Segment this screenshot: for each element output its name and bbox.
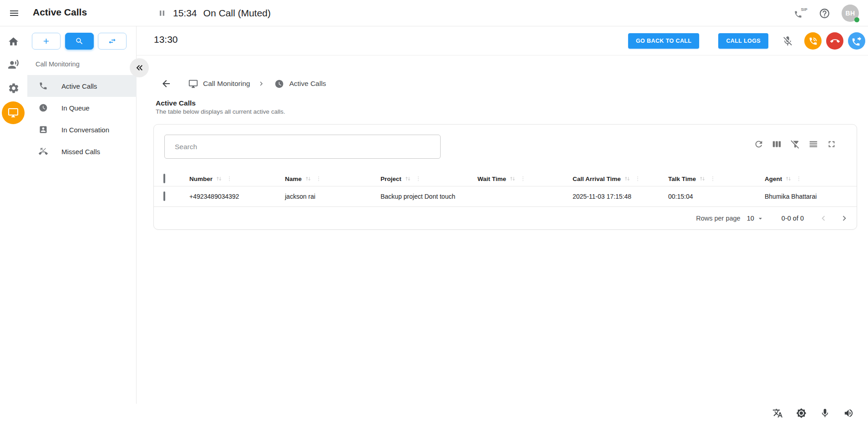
monitor-icon [188,79,198,89]
sidebar-item-active-calls[interactable]: Active Calls [27,75,137,97]
breadcrumb-parent[interactable]: Call Monitoring [203,80,250,88]
previous-page-icon[interactable] [818,213,828,223]
speaker-icon[interactable] [843,408,854,418]
add-button[interactable] [32,33,61,50]
call-timer: 13:30 [154,34,178,45]
phone-forward-icon [852,36,862,46]
avatar-initials: BH [846,10,855,17]
sip-phone-icon[interactable]: SIP [794,7,807,19]
clock-icon [274,79,284,89]
cell-talk-time: 00:15:04 [668,193,765,200]
call-logs-button[interactable]: CALL LOGS [718,33,768,49]
collapse-sidebar-button[interactable] [130,58,149,77]
search-icon [75,37,84,45]
translate-icon[interactable] [772,408,783,418]
search-button[interactable] [65,33,94,50]
column-menu-icon[interactable] [315,176,322,182]
call-end-icon [830,36,840,46]
fullscreen-icon[interactable] [827,139,837,149]
cell-project: Backup project Dont touch [381,193,477,200]
voice-over-icon[interactable] [8,59,19,70]
help-icon[interactable] [819,8,830,19]
select-all-checkbox[interactable] [163,174,165,183]
row-checkbox[interactable] [163,191,165,201]
sidebar-item-in-queue[interactable]: In Queue [27,97,137,119]
back-arrow-icon[interactable] [161,78,172,89]
pause-icon[interactable] [157,9,167,18]
sort-icon[interactable] [785,175,792,182]
swap-arrows-icon [108,37,117,45]
hang-up-button[interactable] [826,32,843,50]
column-menu-icon[interactable] [415,176,421,182]
settings-icon[interactable] [8,82,20,94]
table-pagination: Rows per page 10 0-0 of 0 [154,207,857,230]
sort-icon[interactable] [624,175,631,182]
user-avatar[interactable]: BH [842,5,859,22]
brightness-icon[interactable] [796,408,807,418]
call-duration: 15:34 [173,8,197,19]
sort-icon[interactable] [509,175,516,182]
microphone-icon[interactable] [820,408,830,418]
active-call-status: 15:34 On Call (Muted) [157,0,271,26]
column-header-agent[interactable]: Agent [765,175,857,182]
page-title: Active Calls [156,99,196,107]
refresh-icon[interactable] [754,139,764,149]
column-header-number[interactable]: Number [189,175,285,182]
double-chevron-left-icon [134,62,145,73]
column-menu-icon[interactable] [226,176,233,182]
clock-icon [39,103,48,112]
phone-icon [39,81,48,90]
density-icon[interactable] [808,139,818,149]
sidebar-item-missed-calls[interactable]: Missed Calls [27,141,137,162]
column-header-project[interactable]: Project [381,175,477,182]
cell-agent: Bhumika Bhattarai [765,193,857,200]
next-page-icon[interactable] [839,213,849,223]
home-icon[interactable] [8,36,19,47]
sidebar-item-label: In Conversation [61,126,109,134]
topbar-actions: SIP BH [794,0,859,26]
sort-icon[interactable] [215,175,223,182]
columns-icon[interactable] [772,139,782,149]
sort-icon[interactable] [404,175,411,182]
sidebar: Call Monitoring Active Calls In Queue In… [0,26,137,404]
transfer-call-button[interactable] [848,32,865,50]
column-header-name[interactable]: Name [285,175,381,182]
column-header-talk-time[interactable]: Talk Time [668,175,765,182]
table-header-row: Number Name Project Wait Time Call Arriv [154,171,857,186]
rows-per-page-select[interactable]: 10 [747,215,764,222]
phone-in-talk-icon [808,36,818,46]
transfer-button[interactable] [98,33,127,50]
caret-down-icon [756,215,764,222]
column-menu-icon[interactable] [520,176,526,182]
call-status-label: On Call (Muted) [203,8,271,19]
sort-icon[interactable] [699,175,706,182]
resume-call-button[interactable] [804,32,822,50]
call-controls: GO BACK TO CALL CALL LOGS [628,26,865,55]
plus-icon [42,37,51,45]
column-menu-icon[interactable] [796,176,802,182]
sidebar-item-label: Missed Calls [61,148,100,156]
go-back-to-call-button[interactable]: GO BACK TO CALL [628,33,699,49]
sidebar-nav: Active Calls In Queue In Conversation Mi… [27,75,137,162]
phone-missed-icon [39,147,48,156]
contact-card-icon [39,125,48,134]
sidebar-section-label: Call Monitoring [36,60,80,68]
main-content: Call Monitoring Active Calls Active Call… [137,55,868,404]
column-menu-icon[interactable] [635,176,641,182]
active-calls-table-card: Number Name Project Wait Time Call Arriv [153,124,857,230]
sidebar-item-label: In Queue [61,104,90,112]
call-monitoring-rail-button[interactable] [2,101,25,124]
filter-off-icon[interactable] [790,139,800,149]
sidebar-item-in-conversation[interactable]: In Conversation [27,119,137,141]
page-title-top: Active Calls [33,7,87,18]
call-control-bar: 13:30 GO BACK TO CALL CALL LOGS [137,26,868,55]
column-header-wait-time[interactable]: Wait Time [477,175,573,182]
menu-icon[interactable] [9,8,20,19]
mic-off-icon[interactable] [782,35,793,47]
column-header-call-arrival-time[interactable]: Call Arrival Time [573,175,668,182]
cell-number: +4923489034392 [189,193,285,200]
sort-icon[interactable] [305,175,312,182]
search-input[interactable] [164,135,441,159]
table-row[interactable]: +4923489034392 jackson rai Backup projec… [154,186,857,207]
column-menu-icon[interactable] [710,176,716,182]
